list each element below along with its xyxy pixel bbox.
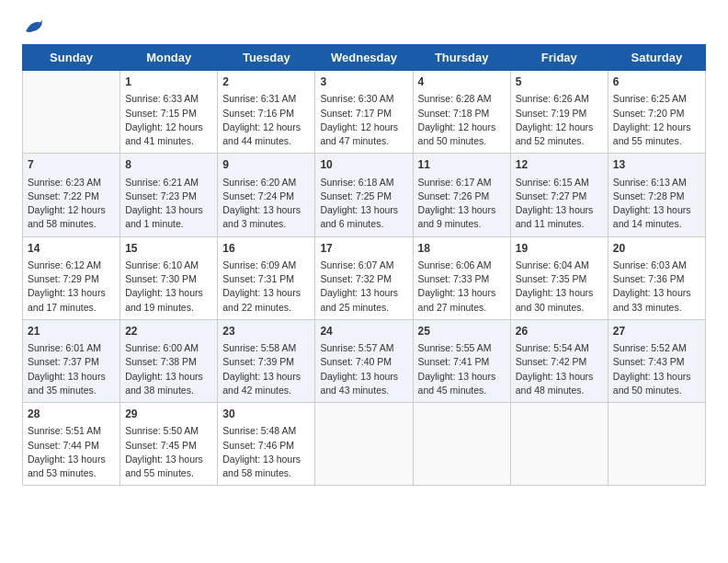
sunset-text: Sunset: 7:32 PM <box>320 272 407 286</box>
daylight-text: Daylight: 13 hours and 11 minutes. <box>516 203 603 231</box>
day-number: 3 <box>320 75 407 90</box>
daylight-text: Daylight: 13 hours and 3 minutes. <box>222 203 310 231</box>
sunrise-text: Sunrise: 6:07 AM <box>320 259 407 272</box>
daylight-text: Daylight: 13 hours and 45 minutes. <box>418 370 506 397</box>
sunrise-text: Sunrise: 6:23 AM <box>28 176 115 190</box>
sunrise-text: Sunrise: 6:31 AM <box>222 92 310 106</box>
header <box>22 18 706 35</box>
sunrise-text: Sunrise: 6:13 AM <box>613 176 700 190</box>
calendar-week-row: 21Sunrise: 6:01 AMSunset: 7:37 PMDayligh… <box>23 319 706 402</box>
calendar-cell: 29Sunrise: 5:50 AMSunset: 7:45 PMDayligh… <box>120 403 218 486</box>
sunrise-text: Sunrise: 5:52 AM <box>613 341 700 355</box>
calendar-cell: 15Sunrise: 6:10 AMSunset: 7:30 PMDayligh… <box>120 236 218 319</box>
sunset-text: Sunset: 7:18 PM <box>418 107 506 121</box>
cell-content: 13Sunrise: 6:13 AMSunset: 7:28 PMDayligh… <box>613 157 700 231</box>
cell-content: 30Sunrise: 5:48 AMSunset: 7:46 PMDayligh… <box>222 407 310 480</box>
daylight-text: Daylight: 12 hours and 50 minutes. <box>418 121 506 148</box>
day-number: 30 <box>222 407 310 422</box>
cell-content: 5Sunrise: 6:26 AMSunset: 7:19 PMDaylight… <box>516 75 603 148</box>
cell-content: 9Sunrise: 6:20 AMSunset: 7:24 PMDaylight… <box>222 157 310 231</box>
daylight-text: Daylight: 13 hours and 55 minutes. <box>125 453 212 480</box>
calendar-cell: 19Sunrise: 6:04 AMSunset: 7:35 PMDayligh… <box>510 236 608 319</box>
sunrise-text: Sunrise: 6:21 AM <box>125 176 212 190</box>
cell-content: 3Sunrise: 6:30 AMSunset: 7:17 PMDaylight… <box>320 75 407 148</box>
cell-content: 20Sunrise: 6:03 AMSunset: 7:36 PMDayligh… <box>613 241 700 315</box>
day-number: 13 <box>613 157 700 173</box>
day-number: 19 <box>516 241 603 257</box>
day-number: 24 <box>320 324 407 339</box>
day-number: 8 <box>125 157 212 173</box>
calendar-cell: 1Sunrise: 6:33 AMSunset: 7:15 PMDaylight… <box>120 71 218 154</box>
weekday-header-tuesday: Tuesday <box>218 45 315 71</box>
sunset-text: Sunset: 7:30 PM <box>125 272 212 286</box>
sunrise-text: Sunrise: 6:26 AM <box>516 92 603 106</box>
calendar-cell <box>510 403 608 486</box>
sunrise-text: Sunrise: 6:25 AM <box>613 92 700 106</box>
day-number: 15 <box>125 241 212 257</box>
sunrise-text: Sunrise: 5:54 AM <box>516 341 603 355</box>
calendar-cell: 11Sunrise: 6:17 AMSunset: 7:26 PMDayligh… <box>413 154 510 236</box>
sunrise-text: Sunrise: 6:18 AM <box>320 176 407 190</box>
daylight-text: Daylight: 13 hours and 38 minutes. <box>125 370 212 397</box>
calendar-week-row: 1Sunrise: 6:33 AMSunset: 7:15 PMDaylight… <box>23 71 706 154</box>
cell-content: 14Sunrise: 6:12 AMSunset: 7:29 PMDayligh… <box>28 241 115 315</box>
weekday-header-wednesday: Wednesday <box>315 45 413 71</box>
weekday-header-friday: Friday <box>510 45 608 71</box>
day-number: 14 <box>28 241 115 257</box>
sunrise-text: Sunrise: 6:04 AM <box>516 259 603 272</box>
daylight-text: Daylight: 13 hours and 14 minutes. <box>613 203 700 231</box>
calendar-cell: 25Sunrise: 5:55 AMSunset: 7:41 PMDayligh… <box>413 319 510 402</box>
daylight-text: Daylight: 13 hours and 35 minutes. <box>28 370 115 397</box>
weekday-header-saturday: Saturday <box>608 45 705 71</box>
sunset-text: Sunset: 7:36 PM <box>613 272 700 286</box>
calendar-week-row: 7Sunrise: 6:23 AMSunset: 7:22 PMDaylight… <box>23 154 706 236</box>
daylight-text: Daylight: 12 hours and 41 minutes. <box>125 121 212 148</box>
calendar-cell: 13Sunrise: 6:13 AMSunset: 7:28 PMDayligh… <box>608 154 705 236</box>
sunset-text: Sunset: 7:29 PM <box>28 272 115 286</box>
daylight-text: Daylight: 13 hours and 30 minutes. <box>516 286 603 314</box>
calendar-cell: 2Sunrise: 6:31 AMSunset: 7:16 PMDaylight… <box>218 71 315 154</box>
sunset-text: Sunset: 7:27 PM <box>516 190 603 203</box>
sunrise-text: Sunrise: 5:57 AM <box>320 341 407 355</box>
day-number: 18 <box>418 241 506 257</box>
sunset-text: Sunset: 7:22 PM <box>28 190 115 203</box>
sunrise-text: Sunrise: 6:12 AM <box>28 259 115 272</box>
day-number: 22 <box>125 324 212 339</box>
sunset-text: Sunset: 7:44 PM <box>28 439 115 453</box>
sunset-text: Sunset: 7:16 PM <box>222 107 310 121</box>
sunset-text: Sunset: 7:45 PM <box>125 439 212 453</box>
sunrise-text: Sunrise: 5:51 AM <box>28 424 115 438</box>
daylight-text: Daylight: 13 hours and 17 minutes. <box>28 286 115 314</box>
sunrise-text: Sunrise: 6:09 AM <box>222 259 310 272</box>
calendar-header-row: SundayMondayTuesdayWednesdayThursdayFrid… <box>23 45 706 71</box>
daylight-text: Daylight: 13 hours and 53 minutes. <box>28 453 115 480</box>
cell-content: 24Sunrise: 5:57 AMSunset: 7:40 PMDayligh… <box>320 324 407 397</box>
calendar-cell: 21Sunrise: 6:01 AMSunset: 7:37 PMDayligh… <box>23 319 120 402</box>
cell-content: 11Sunrise: 6:17 AMSunset: 7:26 PMDayligh… <box>418 157 506 231</box>
sunrise-text: Sunrise: 6:06 AM <box>418 259 506 272</box>
sunset-text: Sunset: 7:15 PM <box>125 107 212 121</box>
calendar-cell <box>608 403 705 486</box>
sunrise-text: Sunrise: 6:15 AM <box>516 176 603 190</box>
cell-content: 26Sunrise: 5:54 AMSunset: 7:42 PMDayligh… <box>516 324 603 397</box>
calendar-cell: 16Sunrise: 6:09 AMSunset: 7:31 PMDayligh… <box>218 236 315 319</box>
cell-content: 17Sunrise: 6:07 AMSunset: 7:32 PMDayligh… <box>320 241 407 315</box>
calendar-cell: 28Sunrise: 5:51 AMSunset: 7:44 PMDayligh… <box>23 403 120 486</box>
sunset-text: Sunset: 7:24 PM <box>222 190 310 203</box>
sunset-text: Sunset: 7:42 PM <box>516 355 603 369</box>
cell-content: 29Sunrise: 5:50 AMSunset: 7:45 PMDayligh… <box>125 407 212 480</box>
sunrise-text: Sunrise: 6:33 AM <box>125 92 212 106</box>
day-number: 9 <box>222 157 310 173</box>
daylight-text: Daylight: 13 hours and 50 minutes. <box>613 370 700 397</box>
day-number: 7 <box>28 157 115 173</box>
cell-content: 6Sunrise: 6:25 AMSunset: 7:20 PMDaylight… <box>613 75 700 148</box>
calendar-cell: 26Sunrise: 5:54 AMSunset: 7:42 PMDayligh… <box>510 319 608 402</box>
day-number: 17 <box>320 241 407 257</box>
sunset-text: Sunset: 7:19 PM <box>516 107 603 121</box>
calendar-cell: 27Sunrise: 5:52 AMSunset: 7:43 PMDayligh… <box>608 319 705 402</box>
logo-bird-icon <box>24 18 44 35</box>
daylight-text: Daylight: 13 hours and 6 minutes. <box>320 203 407 231</box>
daylight-text: Daylight: 13 hours and 43 minutes. <box>320 370 407 397</box>
cell-content: 12Sunrise: 6:15 AMSunset: 7:27 PMDayligh… <box>516 157 603 231</box>
day-number: 11 <box>418 157 506 173</box>
